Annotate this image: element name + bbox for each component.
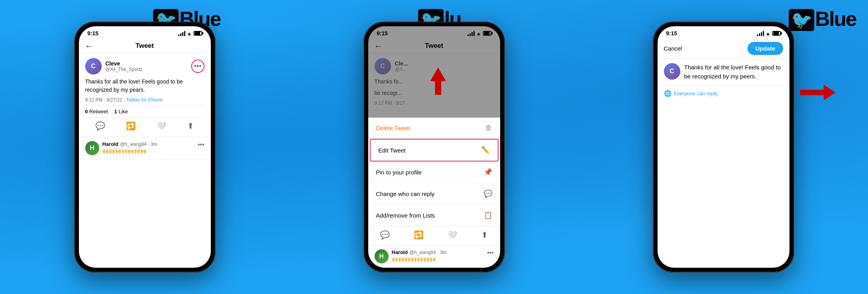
comment-row-1: H Harold @h_wang84 · 3m 🙌🙌🙌🙌🙌🙌🙌 ••• bbox=[79, 137, 211, 160]
phone-1: 9:15 ▲ ← Tweet bbox=[74, 22, 216, 272]
retweet-icon-2[interactable]: 🔁 bbox=[414, 230, 424, 240]
status-bar-1: 9:15 ▲ bbox=[79, 26, 211, 39]
status-bar-3: 9:15 ▲ bbox=[658, 26, 789, 39]
trash-icon: 🗑 bbox=[485, 124, 492, 132]
tweet-area-1: C Cleve @All_The_Sportz ••• Thanks for a… bbox=[79, 53, 211, 137]
lists-menu-item[interactable]: Add/remove from Lists 📋 bbox=[368, 205, 500, 226]
edit-tweet-label: Edit Tweet bbox=[378, 147, 406, 154]
pin-label: Pin to your profile bbox=[376, 169, 422, 176]
phone-2-frame: 9:15 ▲ ← Tweet bbox=[364, 22, 505, 272]
right-arrow-3 bbox=[798, 83, 837, 104]
tweet-meta-1: 9:12 PM · 9/27/22 · Twitter for iPhone bbox=[85, 97, 205, 103]
phone-3: 9:15 ▲ Cancel Update bbox=[653, 22, 794, 272]
commenter-handle-1: @h_wang84 bbox=[120, 142, 147, 147]
retweet-count-1: 0 Retweet bbox=[85, 109, 108, 114]
signal-icon-3 bbox=[757, 31, 764, 36]
battery-icon-3 bbox=[772, 31, 781, 36]
comment-more-1[interactable]: ••• bbox=[198, 141, 205, 148]
comment-more-2[interactable]: ••• bbox=[487, 249, 494, 256]
author-name-1: Cleve bbox=[106, 60, 191, 67]
battery-icon-1 bbox=[194, 31, 202, 36]
update-button-3[interactable]: Update bbox=[747, 42, 783, 55]
avatar-1: C bbox=[85, 58, 102, 74]
phone-3-frame: 9:15 ▲ Cancel Update bbox=[653, 22, 794, 272]
phone-2: 9:15 ▲ ← Tweet bbox=[364, 22, 505, 272]
globe-icon-3: 🌐 bbox=[664, 90, 672, 97]
comment-info-2: Harold @h_wang84 · 3m 🙌🙌🙌🙌🙌🙌🙌 bbox=[392, 249, 487, 262]
pin-profile-menu-item[interactable]: Pin to your profile 📌 bbox=[368, 162, 500, 183]
phone-3-screen: 9:15 ▲ Cancel Update bbox=[658, 26, 789, 268]
wifi-icon-1: ▲ bbox=[187, 31, 192, 36]
commenter-handle-2: @h_wang84 bbox=[409, 250, 436, 255]
everyone-reply-3[interactable]: 🌐 Everyone can reply bbox=[658, 85, 789, 101]
commenter-name-1: Harold bbox=[102, 141, 119, 147]
down-arrow-2 bbox=[426, 65, 450, 98]
comment-text-2: 🙌🙌🙌🙌🙌🙌🙌 bbox=[392, 256, 487, 262]
author-handle-1: @All_The_Sportz bbox=[106, 67, 191, 72]
dropdown-menu-2: Delete Tweet 🗑 Edit Tweet ✏️ Pin to your… bbox=[368, 118, 500, 268]
nav-header-1: ← Tweet bbox=[79, 39, 211, 53]
pencil-icon: ✏️ bbox=[481, 146, 490, 154]
dropdown-overlay-2: Delete Tweet 🗑 Edit Tweet ✏️ Pin to your… bbox=[368, 26, 500, 268]
reply-icon-1[interactable]: 💬 bbox=[95, 121, 105, 131]
like-icon-1[interactable]: 🤍 bbox=[157, 121, 166, 131]
time-1: 9:15 bbox=[88, 30, 99, 36]
commenter-time-1: · 3m bbox=[148, 142, 157, 147]
edit-content-3: C Thanks for all the love! Feels good to… bbox=[658, 58, 789, 85]
author-info-1: Cleve @All_The_Sportz bbox=[106, 60, 191, 72]
status-icons-3: ▲ bbox=[757, 31, 781, 36]
phone-2-screen: 9:15 ▲ ← Tweet bbox=[368, 26, 500, 268]
cursor-3: _ bbox=[757, 74, 759, 80]
time-3: 9:15 bbox=[666, 30, 677, 36]
phone-1-screen: 9:15 ▲ ← Tweet bbox=[79, 26, 211, 268]
edit-text-area-3: Thanks for all the love! Feels good to b… bbox=[684, 63, 783, 81]
delete-tweet-menu-item[interactable]: Delete Tweet 🗑 bbox=[368, 118, 500, 139]
commenter-name-2: Harold bbox=[392, 249, 408, 255]
comment-info-1: Harold @h_wang84 · 3m 🙌🙌🙌🙌🙌🙌🙌 bbox=[102, 141, 198, 154]
reply-label: Change who can reply bbox=[376, 191, 435, 197]
page-title-1: Tweet bbox=[135, 42, 154, 50]
retweet-icon-1[interactable]: 🔁 bbox=[126, 121, 136, 131]
avatar-3: C bbox=[664, 63, 680, 80]
comment-author-row-2: Harold @h_wang84 · 3m bbox=[392, 249, 487, 255]
back-button-1[interactable]: ← bbox=[85, 42, 93, 51]
status-icons-1: ▲ bbox=[178, 31, 202, 36]
share-icon-2[interactable]: ⬆ bbox=[481, 230, 488, 240]
brand-label-3: 🐦Blue bbox=[789, 7, 856, 31]
change-reply-menu-item[interactable]: Change who can reply 💬 bbox=[368, 183, 500, 205]
action-bar-1: 💬 🔁 🤍 ⬆ bbox=[85, 118, 205, 132]
comment-row-2: H Harold @h_wang84 · 3m 🙌🙌🙌🙌🙌🙌🙌 ••• bbox=[368, 245, 500, 268]
edit-header-3: Cancel Update bbox=[658, 39, 789, 58]
commenter-time-2: · 3m bbox=[437, 250, 446, 255]
commenter-avatar-2: H bbox=[375, 249, 389, 263]
delete-tweet-label: Delete Tweet bbox=[376, 125, 410, 131]
everyone-reply-label-3: Everyone can reply bbox=[674, 91, 718, 96]
like-count-1: 1 Like bbox=[114, 109, 128, 114]
commenter-avatar-1: H bbox=[85, 141, 99, 155]
wifi-icon-3: ▲ bbox=[766, 31, 771, 36]
lists-label: Add/remove from Lists bbox=[376, 212, 435, 219]
comment-text-1: 🙌🙌🙌🙌🙌🙌🙌 bbox=[102, 148, 198, 154]
speech-icon: 💬 bbox=[484, 189, 492, 198]
cancel-button-3[interactable]: Cancel bbox=[664, 45, 682, 52]
signal-icon-1 bbox=[178, 31, 185, 36]
share-icon-1[interactable]: ⬆ bbox=[187, 121, 194, 131]
svg-marker-0 bbox=[430, 67, 446, 95]
edit-tweet-menu-item[interactable]: Edit Tweet ✏️ bbox=[370, 139, 499, 162]
action-bar-2: 💬 🔁 🤍 ⬆ bbox=[368, 226, 500, 245]
pin-icon: 📌 bbox=[484, 168, 492, 176]
author-row-1: C Cleve @All_The_Sportz ••• bbox=[85, 58, 205, 74]
like-icon-2[interactable]: 🤍 bbox=[448, 230, 457, 240]
tweet-stats-1: 0 Retweet 1 Like bbox=[85, 105, 205, 118]
svg-marker-1 bbox=[800, 85, 835, 100]
tweet-text-1: Thanks for all the love! Feels good to b… bbox=[85, 78, 205, 94]
list-icon: 📋 bbox=[484, 211, 492, 220]
phone-1-frame: 9:15 ▲ ← Tweet bbox=[74, 22, 216, 272]
edit-tweet-text-3[interactable]: Thanks for all the love! Feels good to b… bbox=[684, 63, 783, 81]
reply-icon-2[interactable]: 💬 bbox=[380, 230, 390, 240]
comment-author-row-1: Harold @h_wang84 · 3m bbox=[102, 141, 198, 147]
more-button-1[interactable]: ••• bbox=[191, 60, 205, 73]
